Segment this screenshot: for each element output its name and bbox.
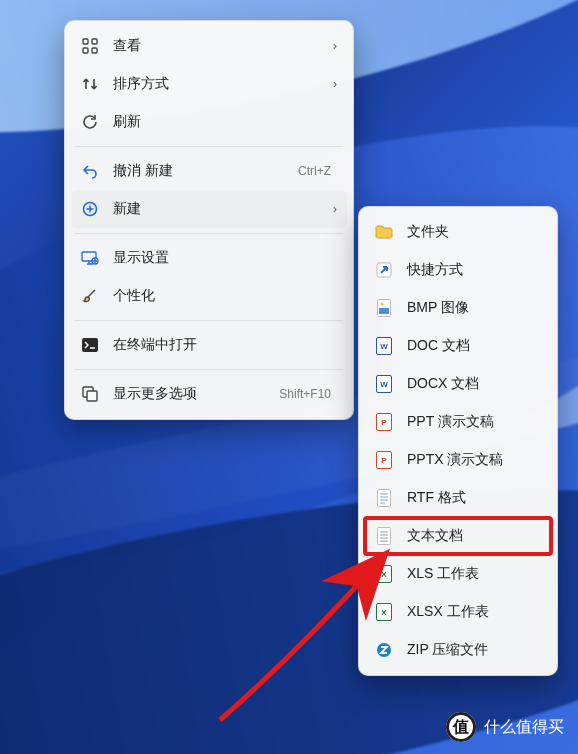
submenu-item-bmp[interactable]: BMP 图像 (365, 289, 551, 327)
menu-item-label: 在终端中打开 (113, 336, 337, 354)
menu-item-undo-new[interactable]: 撤消 新建 Ctrl+Z (71, 152, 347, 190)
new-submenu: 文件夹 快捷方式 BMP 图像 W DOC 文档 W DOCX 文档 P PPT… (358, 206, 558, 676)
display-settings-icon (81, 249, 99, 267)
menu-item-label: 新建 (113, 200, 319, 218)
submenu-item-doc[interactable]: W DOC 文档 (365, 327, 551, 365)
submenu-item-xlsx[interactable]: X XLSX 工作表 (365, 593, 551, 631)
chevron-right-icon: › (333, 39, 337, 53)
doc-file-icon: W (375, 337, 393, 355)
svg-rect-12 (379, 308, 389, 314)
submenu-item-ppt[interactable]: P PPT 演示文稿 (365, 403, 551, 441)
submenu-item-pptx[interactable]: P PPTX 演示文稿 (365, 441, 551, 479)
menu-item-label: 快捷方式 (407, 261, 541, 279)
menu-item-open-terminal[interactable]: 在终端中打开 (71, 326, 347, 364)
shortcut-label: Ctrl+Z (298, 164, 331, 178)
menu-item-label: 刷新 (113, 113, 337, 131)
svg-point-13 (380, 302, 383, 305)
menu-item-label: 撤消 新建 (113, 162, 284, 180)
menu-item-label: ZIP 压缩文件 (407, 641, 541, 659)
separator (75, 369, 343, 370)
svg-rect-1 (92, 39, 97, 44)
submenu-item-txt[interactable]: 文本文档 (365, 517, 551, 555)
separator (75, 233, 343, 234)
menu-item-view[interactable]: 查看 › (71, 27, 347, 65)
xls-file-icon: X (375, 565, 393, 583)
svg-rect-7 (82, 338, 98, 352)
separator (75, 320, 343, 321)
pptx-file-icon: P (375, 451, 393, 469)
sort-icon (81, 75, 99, 93)
desktop-context-menu: 查看 › 排序方式 › 刷新 撤消 新建 Ctrl+Z (64, 20, 354, 420)
grid-icon (81, 37, 99, 55)
menu-item-label: DOC 文档 (407, 337, 541, 355)
menu-item-label: 文件夹 (407, 223, 541, 241)
txt-file-icon (375, 527, 393, 545)
menu-item-label: 显示设置 (113, 249, 337, 267)
svg-rect-0 (83, 39, 88, 44)
menu-item-label: 个性化 (113, 287, 337, 305)
menu-item-label: 查看 (113, 37, 319, 55)
zip-file-icon (375, 641, 393, 659)
menu-item-label: BMP 图像 (407, 299, 541, 317)
xlsx-file-icon: X (375, 603, 393, 621)
submenu-item-zip[interactable]: ZIP 压缩文件 (365, 631, 551, 669)
menu-item-label: 文本文档 (407, 527, 541, 545)
menu-item-label: RTF 格式 (407, 489, 541, 507)
submenu-item-shortcut[interactable]: 快捷方式 (365, 251, 551, 289)
svg-rect-9 (87, 391, 97, 401)
shortcut-icon (375, 261, 393, 279)
submenu-item-rtf[interactable]: RTF 格式 (365, 479, 551, 517)
undo-icon (81, 162, 99, 180)
menu-item-sort[interactable]: 排序方式 › (71, 65, 347, 103)
plus-circle-icon (81, 200, 99, 218)
chevron-right-icon: › (333, 77, 337, 91)
refresh-icon (81, 113, 99, 131)
more-options-icon (81, 385, 99, 403)
menu-item-label: DOCX 文档 (407, 375, 541, 393)
menu-item-more-options[interactable]: 显示更多选项 Shift+F10 (71, 375, 347, 413)
menu-item-refresh[interactable]: 刷新 (71, 103, 347, 141)
svg-rect-14 (378, 490, 391, 507)
submenu-item-folder[interactable]: 文件夹 (365, 213, 551, 251)
svg-rect-2 (83, 48, 88, 53)
watermark-badge-icon: 值 (446, 712, 476, 742)
terminal-icon (81, 336, 99, 354)
docx-file-icon: W (375, 375, 393, 393)
submenu-item-docx[interactable]: W DOCX 文档 (365, 365, 551, 403)
separator (75, 146, 343, 147)
menu-item-label: PPTX 演示文稿 (407, 451, 541, 469)
svg-rect-3 (92, 48, 97, 53)
menu-item-display-settings[interactable]: 显示设置 (71, 239, 347, 277)
menu-item-label: 排序方式 (113, 75, 319, 93)
watermark: 值 什么值得买 (446, 712, 564, 742)
svg-rect-15 (378, 528, 391, 545)
menu-item-personalize[interactable]: 个性化 (71, 277, 347, 315)
brush-icon (81, 287, 99, 305)
folder-icon (375, 223, 393, 241)
menu-item-new[interactable]: 新建 › (71, 190, 347, 228)
ppt-file-icon: P (375, 413, 393, 431)
watermark-text: 什么值得买 (484, 717, 564, 738)
menu-item-label: 显示更多选项 (113, 385, 265, 403)
menu-item-label: PPT 演示文稿 (407, 413, 541, 431)
menu-item-label: XLS 工作表 (407, 565, 541, 583)
shortcut-label: Shift+F10 (279, 387, 331, 401)
menu-item-label: XLSX 工作表 (407, 603, 541, 621)
rtf-file-icon (375, 489, 393, 507)
chevron-right-icon: › (333, 202, 337, 216)
bmp-file-icon (375, 299, 393, 317)
submenu-item-xls[interactable]: X XLS 工作表 (365, 555, 551, 593)
